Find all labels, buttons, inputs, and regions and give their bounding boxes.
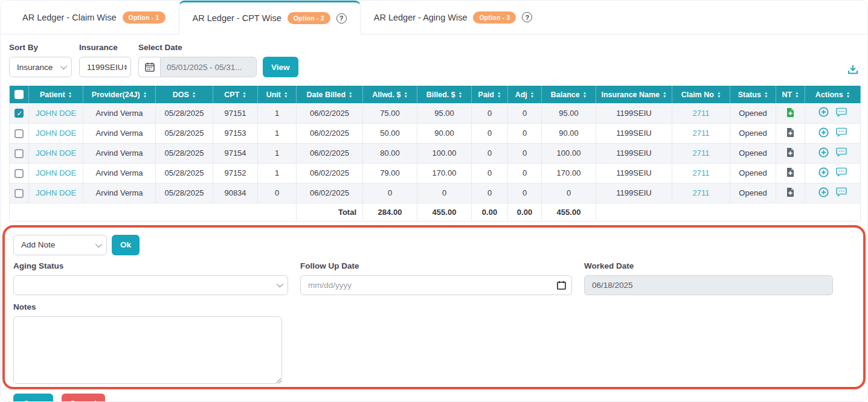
date-range-input[interactable]: 05/01/2025 - 05/31...	[160, 57, 257, 77]
total-billed: 455.00	[417, 203, 472, 221]
row-checkbox[interactable]	[14, 109, 24, 118]
dos-cell: 05/28/2025	[156, 143, 213, 163]
row-checkbox[interactable]	[14, 189, 24, 198]
notes-textarea[interactable]	[13, 316, 282, 384]
status-cell: Opened	[730, 143, 776, 163]
cpt-cell: 97151	[213, 103, 258, 123]
patient-link[interactable]: JOHN DOE	[36, 188, 76, 197]
ok-button[interactable]: Ok	[112, 235, 140, 255]
column-header-cpt[interactable]: CPT▲▼	[213, 86, 258, 103]
date-picker-icon[interactable]	[557, 281, 566, 292]
nt-note-icon[interactable]	[786, 187, 795, 197]
column-header-provider[interactable]: Provider(24J)▲▼	[83, 86, 156, 103]
add-action-icon[interactable]	[818, 107, 829, 117]
adj-cell: 0	[508, 123, 542, 143]
tab-cpt-wise[interactable]: AR Ledger - CPT Wise Option - 2 ?	[179, 1, 361, 34]
add-action-icon[interactable]	[818, 147, 829, 158]
follow-up-date-input[interactable]	[300, 275, 572, 295]
comment-action-icon[interactable]	[836, 127, 847, 137]
tab-label: AR Ledger - Claim Wise	[22, 13, 117, 22]
export-download-icon[interactable]	[847, 63, 859, 75]
column-header-billed[interactable]: Billed. $▲▼	[417, 86, 472, 103]
billed-cell: 170.00	[417, 163, 472, 183]
column-header-insurance-name[interactable]: Insurance Name▲▼	[596, 86, 672, 103]
row-checkbox[interactable]	[14, 149, 24, 158]
sort-icon: ▲▼	[192, 91, 196, 98]
total-label: Total	[297, 203, 363, 221]
calendar-icon	[145, 62, 155, 72]
patient-link[interactable]: JOHN DOE	[36, 109, 76, 118]
insurance-select[interactable]: 1199SEIU ▲▼	[79, 57, 131, 77]
insurance-cell: 1199SEIU	[596, 163, 672, 183]
column-header-balance[interactable]: Balance▲▼	[542, 86, 596, 103]
sort-icon: ▲▼	[583, 91, 587, 98]
column-header-nt[interactable]: NT▲▼	[776, 86, 805, 103]
paid-cell: 0	[472, 183, 508, 203]
column-header-status[interactable]: Status▲▼	[730, 86, 776, 103]
tab-aging-wise[interactable]: AR Ledger - Aging Wise Option - 3 ?	[361, 1, 546, 34]
claim-no-link[interactable]: 2711	[693, 188, 710, 197]
ar-ledger-page: AR Ledger - Claim Wise Option - 1 AR Led…	[0, 0, 868, 402]
add-action-icon[interactable]	[818, 167, 829, 177]
nt-note-icon[interactable]	[786, 127, 795, 137]
ar-ledger-table: Patient▲▼ Provider(24J)▲▼ DOS▲▼ CPT▲▼ Un…	[9, 86, 861, 222]
select-all-checkbox[interactable]	[14, 90, 24, 99]
patient-link[interactable]: JOHN DOE	[36, 148, 76, 158]
column-header-actions[interactable]: Actions▲▼	[805, 86, 861, 103]
view-button[interactable]: View	[263, 57, 298, 77]
comment-action-icon[interactable]	[836, 167, 847, 177]
column-header-allwd[interactable]: Allwd. $▲▼	[363, 86, 417, 103]
save-button[interactable]: Save	[13, 394, 53, 402]
aging-status-select[interactable]	[13, 275, 288, 295]
claim-no-link[interactable]: 2711	[693, 109, 710, 118]
cancel-button[interactable]: Cancel	[62, 394, 105, 402]
row-checkbox[interactable]	[14, 129, 24, 138]
help-icon[interactable]: ?	[336, 13, 347, 24]
sort-by-select[interactable]: Insurance	[9, 57, 72, 77]
cpt-cell: 97152	[213, 163, 258, 183]
dos-cell: 05/28/2025	[156, 183, 213, 203]
claim-no-link[interactable]: 2711	[693, 168, 710, 177]
sort-icon: ▲▼	[403, 91, 407, 98]
column-header-claim-no[interactable]: Claim No▲▼	[672, 86, 730, 103]
sort-by-label: Sort By	[9, 43, 79, 52]
nt-note-icon[interactable]	[786, 107, 795, 117]
comment-action-icon[interactable]	[836, 187, 847, 197]
add-action-icon[interactable]	[818, 127, 829, 138]
balance-cell: 95.00	[542, 103, 596, 123]
row-checkbox[interactable]	[14, 169, 24, 178]
tab-claim-wise[interactable]: AR Ledger - Claim Wise Option - 1	[9, 1, 179, 34]
nt-note-icon[interactable]	[786, 167, 795, 177]
select-arrows-icon: ▲▼	[124, 64, 128, 70]
option-2-badge: Option - 2	[288, 12, 330, 24]
column-header-patient[interactable]: Patient▲▼	[29, 86, 83, 103]
tab-label: AR Ledger - Aging Wise	[374, 13, 468, 22]
column-header-adj[interactable]: Adj▲▼	[508, 86, 542, 103]
note-action-select[interactable]: Add Note	[13, 235, 107, 255]
help-icon[interactable]: ?	[522, 12, 532, 22]
sort-icon: ▲▼	[846, 91, 850, 98]
allwd-cell: 50.00	[363, 123, 417, 143]
calendar-button[interactable]	[138, 57, 160, 77]
chevron-down-icon	[277, 281, 283, 287]
patient-link[interactable]: JOHN DOE	[36, 129, 76, 138]
add-action-icon[interactable]	[818, 187, 829, 197]
patient-link[interactable]: JOHN DOE	[36, 168, 76, 177]
billed-cell: 0	[417, 183, 472, 203]
column-header-date-billed[interactable]: Date Billed▲▼	[297, 86, 363, 103]
comment-action-icon[interactable]	[836, 107, 847, 117]
insurance-cell: 1199SEIU	[596, 103, 672, 123]
column-header-paid[interactable]: Paid▲▼	[472, 86, 508, 103]
column-header-unit[interactable]: Unit▲▼	[258, 86, 297, 103]
billed-cell: 100.00	[417, 143, 472, 163]
claim-no-link[interactable]: 2711	[693, 129, 710, 138]
unit-cell: 0	[258, 183, 297, 203]
comment-action-icon[interactable]	[836, 147, 847, 157]
select-all-header	[10, 86, 29, 103]
nt-note-icon[interactable]	[786, 147, 795, 157]
status-cell: Opened	[730, 123, 776, 143]
cpt-cell: 97153	[213, 123, 258, 143]
column-header-dos[interactable]: DOS▲▼	[156, 86, 213, 103]
allwd-cell: 80.00	[363, 143, 417, 163]
claim-no-link[interactable]: 2711	[693, 148, 710, 158]
